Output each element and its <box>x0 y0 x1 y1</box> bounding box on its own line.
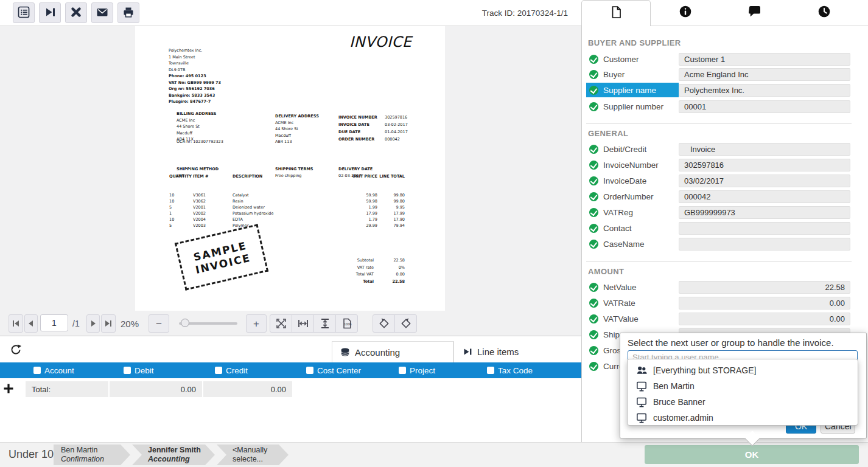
valid-check-icon <box>589 176 598 185</box>
add-row-button[interactable] <box>2 382 15 396</box>
section-buyer-supplier: BUYER AND SUPPLIER <box>588 38 681 47</box>
workflow-step-3[interactable]: <Manually selecte... <box>217 445 289 465</box>
valid-check-icon <box>589 283 598 292</box>
buyer-field[interactable] <box>679 68 850 81</box>
tab-document[interactable] <box>581 0 651 26</box>
database-icon <box>340 347 350 357</box>
vat-rate-field[interactable] <box>679 297 850 310</box>
column-account: Account <box>33 362 74 378</box>
debit-credit-field[interactable] <box>679 143 850 156</box>
rotate-left-button[interactable] <box>373 315 395 332</box>
refresh-button[interactable] <box>10 344 22 358</box>
accounting-table-header: Account Debit Credit Cost Center Project… <box>0 362 581 378</box>
fit-page-button[interactable] <box>270 315 292 332</box>
column-checkbox-tax-code[interactable] <box>487 367 494 374</box>
column-checkbox-debit[interactable] <box>124 367 131 374</box>
tab-comments[interactable] <box>720 0 789 26</box>
tab-info[interactable] <box>651 0 720 26</box>
workflow-limit-label: Under 100 <box>9 448 60 461</box>
workflow-step-2-current[interactable]: Jennifer Smith Accounting <box>132 445 215 465</box>
zoom-out-button[interactable]: − <box>149 314 169 333</box>
net-value-field[interactable] <box>679 281 850 294</box>
next-page-icon <box>89 320 97 327</box>
field-row-vat-reg: VATReg <box>586 205 855 220</box>
customer-field[interactable] <box>679 53 850 66</box>
totals-values: 22.580%0.0022.58 <box>376 243 405 299</box>
selected-field-highlight[interactable]: Supplier name <box>586 83 679 97</box>
reject-button[interactable] <box>65 2 87 23</box>
supplier-number-field[interactable] <box>679 100 850 113</box>
contact-field[interactable] <box>679 222 850 235</box>
accounting-panel: Accounting Line items Account Debit Cred… <box>0 336 581 442</box>
field-row-net-value: NetValue <box>586 280 855 294</box>
svg-text:100%: 100% <box>344 323 352 326</box>
section-divider <box>586 123 852 124</box>
zoom-level-label: 20% <box>121 319 139 329</box>
next-document-button[interactable] <box>39 2 61 23</box>
column-checkbox-cost-center[interactable] <box>306 367 313 374</box>
zoom-100-button[interactable]: 100% <box>336 315 357 332</box>
fit-width-icon <box>297 317 309 330</box>
next-document-icon <box>43 5 57 21</box>
user-workstation-icon <box>635 396 648 408</box>
list-item-user[interactable]: Ben Martin <box>628 378 858 394</box>
print-button[interactable] <box>117 2 139 23</box>
zoom-100-icon: 100% <box>341 317 353 330</box>
items-col-item: V3061V3062V2001V2002V2004V2003 <box>193 180 206 241</box>
field-row-vat-value: VATValue <box>586 311 855 326</box>
document-icon <box>609 5 623 22</box>
zoom-slider-thumb[interactable] <box>181 319 189 327</box>
tab-line-items[interactable]: Line items <box>453 341 581 362</box>
section-divider <box>586 261 852 262</box>
workflow-ok-button[interactable]: OK <box>645 445 859 464</box>
fit-width-button[interactable] <box>292 315 314 332</box>
rotate-button-group <box>373 314 417 333</box>
prev-page-button[interactable] <box>24 314 38 333</box>
field-row-buyer: Buyer <box>586 67 855 81</box>
tab-history[interactable] <box>789 0 859 26</box>
list-item-user[interactable]: Bruce Banner <box>628 394 858 410</box>
vat-value-field[interactable] <box>679 313 850 325</box>
vat-reg-field[interactable] <box>679 206 850 219</box>
rotate-right-button[interactable] <box>395 315 416 332</box>
column-checkbox-credit[interactable] <box>215 367 222 374</box>
items-col-quantity: 101051105 <box>169 180 180 241</box>
field-row-order-number: OrderNumber <box>586 189 855 204</box>
valid-check-icon <box>589 102 598 111</box>
column-checkbox-project[interactable] <box>399 367 406 374</box>
case-name-field[interactable] <box>679 238 850 251</box>
next-page-button[interactable] <box>86 314 100 333</box>
rotate-right-icon <box>400 317 412 330</box>
shipping-terms-block: SHIPPING TERMSFree shipping <box>275 153 313 192</box>
valid-check-icon <box>589 86 598 95</box>
items-header-unit-price: UNIT PRICE <box>348 173 377 180</box>
valid-check-icon <box>589 161 598 170</box>
zoom-in-icon: + <box>253 319 259 329</box>
email-button[interactable] <box>91 2 113 23</box>
valid-check-icon <box>589 224 598 233</box>
invoice-date-field[interactable] <box>679 175 850 187</box>
column-credit: Credit <box>215 362 248 378</box>
page-number-input[interactable] <box>40 314 68 331</box>
invoice-meta-values: 30259781603-02-201701-04-2017000042 <box>385 99 408 157</box>
items-col-line-total: 99.8099.809.9517.9917.9079.94 <box>376 180 405 241</box>
comment-icon <box>747 4 762 21</box>
list-item-group[interactable]: [Everything but STORAGE] <box>628 362 858 378</box>
last-page-icon <box>105 320 112 327</box>
invoice-number-field[interactable] <box>679 159 850 171</box>
column-checkbox-account[interactable] <box>33 367 41 374</box>
invoice-page: Polychemtex Inc.1 Main StreetTownsvilleD… <box>135 26 445 311</box>
worklist-button[interactable] <box>13 2 35 23</box>
supplier-name-field[interactable] <box>679 84 850 97</box>
zoom-in-button[interactable]: + <box>246 314 267 333</box>
list-item-user[interactable]: customer.admin <box>628 410 858 426</box>
first-page-button[interactable] <box>9 314 23 333</box>
valid-check-icon <box>589 240 598 249</box>
fit-height-button[interactable] <box>314 315 336 332</box>
order-number-field[interactable] <box>679 190 850 203</box>
field-row-supplier-number: Supplier number <box>586 99 855 114</box>
tab-accounting[interactable]: Accounting <box>332 341 453 362</box>
totals-labels: SubtotalVAT rateTotal VATTotal <box>331 243 374 299</box>
workflow-step-1[interactable]: Ben Martin Confirmation <box>54 445 130 465</box>
last-page-button[interactable] <box>101 314 116 333</box>
